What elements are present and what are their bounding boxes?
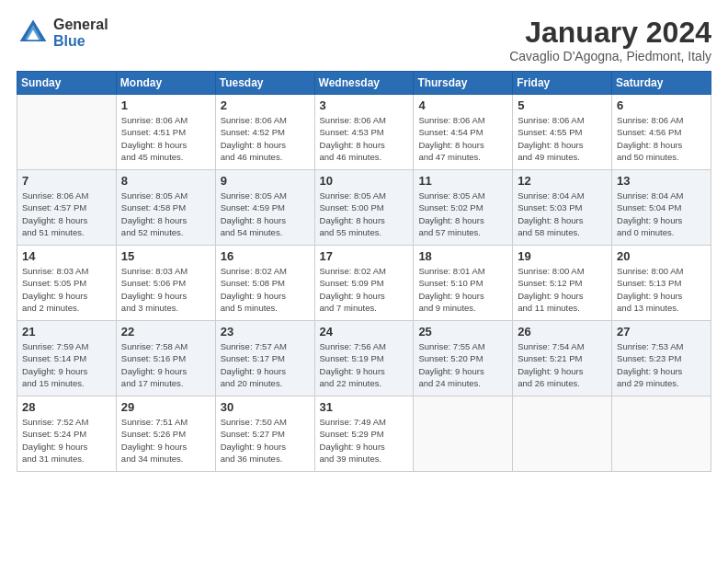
day-info: Sunrise: 7:54 AM Sunset: 5:21 PM Dayligh… [518, 340, 607, 389]
day-info: Sunrise: 8:05 AM Sunset: 5:00 PM Dayligh… [320, 190, 409, 238]
day-info: Sunrise: 8:00 AM Sunset: 5:13 PM Dayligh… [617, 265, 706, 314]
day-cell: 24Sunrise: 7:56 AM Sunset: 5:19 PM Dayli… [314, 321, 414, 396]
day-info: Sunrise: 7:55 AM Sunset: 5:20 PM Dayligh… [418, 340, 507, 389]
day-number: 30 [221, 400, 310, 414]
day-number: 25 [418, 325, 507, 339]
logo-icon [17, 17, 50, 50]
logo-text: General Blue [53, 17, 108, 49]
day-number: 24 [320, 325, 409, 339]
day-info: Sunrise: 8:01 AM Sunset: 5:10 PM Dayligh… [418, 265, 507, 314]
day-number: 20 [617, 249, 706, 263]
day-number: 9 [221, 174, 310, 188]
day-cell [414, 396, 513, 472]
day-number: 26 [518, 325, 607, 339]
day-number: 23 [221, 325, 310, 339]
day-number: 13 [617, 174, 706, 188]
logo-blue-text: Blue [53, 33, 108, 50]
calendar-title: January 2024 [509, 17, 711, 49]
day-info: Sunrise: 8:06 AM Sunset: 4:54 PM Dayligh… [418, 114, 507, 163]
day-number: 16 [221, 249, 310, 263]
day-cell: 8Sunrise: 8:05 AM Sunset: 4:58 PM Daylig… [116, 170, 215, 246]
day-number: 15 [121, 249, 210, 263]
day-cell [612, 396, 711, 472]
day-info: Sunrise: 7:53 AM Sunset: 5:23 PM Dayligh… [617, 340, 706, 389]
day-cell: 21Sunrise: 7:59 AM Sunset: 5:14 PM Dayli… [17, 321, 117, 396]
day-cell: 29Sunrise: 7:51 AM Sunset: 5:26 PM Dayli… [116, 396, 215, 472]
day-number: 2 [221, 98, 310, 112]
day-info: Sunrise: 8:06 AM Sunset: 4:53 PM Dayligh… [320, 114, 409, 163]
week-row-4: 21Sunrise: 7:59 AM Sunset: 5:14 PM Dayli… [17, 321, 711, 396]
day-cell: 30Sunrise: 7:50 AM Sunset: 5:27 PM Dayli… [215, 396, 314, 472]
day-cell: 27Sunrise: 7:53 AM Sunset: 5:23 PM Dayli… [612, 321, 711, 396]
day-info: Sunrise: 7:51 AM Sunset: 5:26 PM Dayligh… [121, 416, 210, 465]
day-number: 10 [320, 174, 409, 188]
week-row-2: 7Sunrise: 8:06 AM Sunset: 4:57 PM Daylig… [17, 170, 711, 246]
logo: General Blue [17, 17, 108, 50]
day-cell: 26Sunrise: 7:54 AM Sunset: 5:21 PM Dayli… [513, 321, 612, 396]
day-cell: 3Sunrise: 8:06 AM Sunset: 4:53 PM Daylig… [314, 95, 414, 170]
day-number: 1 [121, 98, 210, 112]
day-number: 11 [418, 174, 507, 188]
week-row-1: 1Sunrise: 8:06 AM Sunset: 4:51 PM Daylig… [17, 95, 711, 170]
calendar-table: SundayMondayTuesdayWednesdayThursdayFrid… [17, 71, 711, 472]
day-cell: 1Sunrise: 8:06 AM Sunset: 4:51 PM Daylig… [116, 95, 215, 170]
day-number: 29 [121, 400, 210, 414]
day-info: Sunrise: 7:59 AM Sunset: 5:14 PM Dayligh… [22, 340, 111, 389]
day-info: Sunrise: 7:57 AM Sunset: 5:17 PM Dayligh… [221, 340, 310, 389]
day-info: Sunrise: 7:56 AM Sunset: 5:19 PM Dayligh… [320, 340, 409, 389]
day-cell: 10Sunrise: 8:05 AM Sunset: 5:00 PM Dayli… [314, 170, 414, 246]
page: General Blue January 2024 Cavaglio D'Ago… [0, 0, 728, 563]
day-number: 7 [22, 174, 111, 188]
day-cell: 28Sunrise: 7:52 AM Sunset: 5:24 PM Dayli… [17, 396, 117, 472]
day-cell: 31Sunrise: 7:49 AM Sunset: 5:29 PM Dayli… [314, 396, 414, 472]
day-cell [513, 396, 612, 472]
day-cell [17, 95, 117, 170]
header-cell-friday: Friday [513, 72, 612, 95]
header-cell-saturday: Saturday [612, 72, 711, 95]
day-cell: 25Sunrise: 7:55 AM Sunset: 5:20 PM Dayli… [414, 321, 513, 396]
day-cell: 12Sunrise: 8:04 AM Sunset: 5:03 PM Dayli… [513, 170, 612, 246]
week-row-3: 14Sunrise: 8:03 AM Sunset: 5:05 PM Dayli… [17, 246, 711, 321]
header-cell-wednesday: Wednesday [314, 72, 414, 95]
day-info: Sunrise: 8:00 AM Sunset: 5:12 PM Dayligh… [518, 265, 607, 314]
day-number: 27 [617, 325, 706, 339]
day-info: Sunrise: 8:06 AM Sunset: 4:57 PM Dayligh… [22, 190, 111, 238]
day-info: Sunrise: 8:06 AM Sunset: 4:51 PM Dayligh… [121, 114, 210, 163]
day-cell: 9Sunrise: 8:05 AM Sunset: 4:59 PM Daylig… [215, 170, 314, 246]
day-info: Sunrise: 8:03 AM Sunset: 5:05 PM Dayligh… [22, 265, 111, 314]
day-number: 22 [121, 325, 210, 339]
day-info: Sunrise: 8:05 AM Sunset: 4:59 PM Dayligh… [221, 190, 310, 238]
header-cell-monday: Monday [116, 72, 215, 95]
day-info: Sunrise: 8:02 AM Sunset: 5:08 PM Dayligh… [221, 265, 310, 314]
day-info: Sunrise: 7:58 AM Sunset: 5:16 PM Dayligh… [121, 340, 210, 389]
day-info: Sunrise: 7:49 AM Sunset: 5:29 PM Dayligh… [320, 416, 409, 465]
day-info: Sunrise: 8:06 AM Sunset: 4:52 PM Dayligh… [221, 114, 310, 163]
day-number: 3 [320, 98, 409, 112]
day-info: Sunrise: 8:04 AM Sunset: 5:03 PM Dayligh… [518, 190, 607, 238]
day-cell: 23Sunrise: 7:57 AM Sunset: 5:17 PM Dayli… [215, 321, 314, 396]
header-cell-thursday: Thursday [414, 72, 513, 95]
day-cell: 5Sunrise: 8:06 AM Sunset: 4:55 PM Daylig… [513, 95, 612, 170]
logo-general-text: General [53, 17, 108, 33]
day-number: 19 [518, 249, 607, 263]
day-info: Sunrise: 8:02 AM Sunset: 5:09 PM Dayligh… [320, 265, 409, 314]
day-cell: 18Sunrise: 8:01 AM Sunset: 5:10 PM Dayli… [414, 246, 513, 321]
day-info: Sunrise: 8:05 AM Sunset: 4:58 PM Dayligh… [121, 190, 210, 238]
header-row: SundayMondayTuesdayWednesdayThursdayFrid… [17, 72, 711, 95]
day-info: Sunrise: 8:06 AM Sunset: 4:56 PM Dayligh… [617, 114, 706, 163]
day-number: 12 [518, 174, 607, 188]
week-row-5: 28Sunrise: 7:52 AM Sunset: 5:24 PM Dayli… [17, 396, 711, 472]
day-cell: 6Sunrise: 8:06 AM Sunset: 4:56 PM Daylig… [612, 95, 711, 170]
day-cell: 16Sunrise: 8:02 AM Sunset: 5:08 PM Dayli… [215, 246, 314, 321]
day-number: 5 [518, 98, 607, 112]
day-number: 17 [320, 249, 409, 263]
day-number: 4 [418, 98, 507, 112]
day-number: 8 [121, 174, 210, 188]
day-cell: 13Sunrise: 8:04 AM Sunset: 5:04 PM Dayli… [612, 170, 711, 246]
day-number: 31 [320, 400, 409, 414]
day-info: Sunrise: 8:03 AM Sunset: 5:06 PM Dayligh… [121, 265, 210, 314]
day-cell: 15Sunrise: 8:03 AM Sunset: 5:06 PM Dayli… [116, 246, 215, 321]
day-number: 18 [418, 249, 507, 263]
day-info: Sunrise: 8:06 AM Sunset: 4:55 PM Dayligh… [518, 114, 607, 163]
day-cell: 14Sunrise: 8:03 AM Sunset: 5:05 PM Dayli… [17, 246, 117, 321]
